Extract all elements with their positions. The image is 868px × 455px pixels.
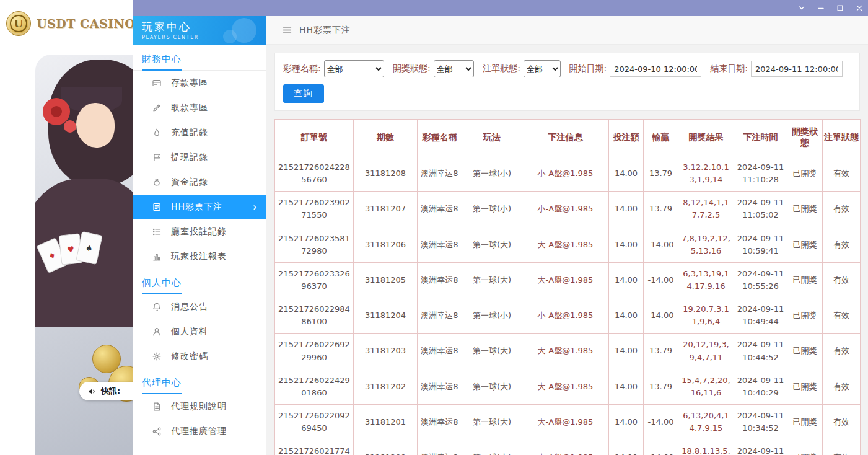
cell-play: 第一球(小)	[462, 156, 522, 192]
cell-win: -14.00	[644, 298, 678, 334]
table-row: 215217260217744429031181200澳洲幸运8第一球(小)小-…	[275, 440, 861, 455]
cell-lottery: 澳洲幸运8	[418, 440, 462, 455]
brand-logo: U USDT CASINO	[0, 0, 133, 46]
news-ticker[interactable]: 快訊:	[79, 382, 133, 400]
order-status-select[interactable]: 全部	[524, 60, 561, 77]
sidebar-item-label: 資金記錄	[171, 177, 208, 188]
hall-icon	[152, 227, 162, 237]
end-date-input[interactable]	[751, 61, 843, 77]
cell-bet_time: 2024-09-11 10:44:52	[734, 334, 787, 369]
sidebar-item-label: 充值記錄	[171, 127, 208, 138]
column-header: 投注額	[609, 120, 644, 156]
page-title: HH彩票下注	[299, 25, 351, 36]
cell-bet_info: 小-A盤@1.985	[522, 156, 609, 192]
table-row: 215217260220926945031181201澳洲幸运8第一球(大)大-…	[275, 404, 861, 440]
end-date-label: 結束日期:	[710, 63, 748, 74]
cell-bet_time: 2024-09-11 10:55:26	[734, 262, 787, 298]
sidebar-item-change-password[interactable]: 修改密碼	[133, 344, 266, 369]
sidebar-item-funds-record[interactable]: 資金記錄	[133, 170, 266, 195]
cell-play: 第一球(大)	[462, 334, 522, 369]
cell-draw_status: 已開獎	[787, 404, 823, 440]
draw-status-label: 開獎狀態:	[393, 63, 431, 74]
sidebar-item-agent-rules[interactable]: 代理規則說明	[133, 394, 266, 419]
cell-order_status: 有效	[823, 334, 861, 369]
cell-period: 31181200	[354, 440, 418, 455]
column-header: 下注信息	[522, 120, 609, 156]
cell-bet_info: 大-A盤@1.985	[522, 404, 609, 440]
character-face	[76, 103, 115, 148]
cell-play: 第一球(大)	[462, 227, 522, 262]
cell-lottery: 澳洲幸运8	[418, 192, 462, 227]
close-button[interactable]	[856, 4, 863, 12]
cell-result: 15,4,7,2,20,16,11,6	[678, 369, 734, 404]
cell-amount: 14.00	[609, 404, 644, 440]
table-header-row: 訂單號期數彩種名稱玩法下注信息投注額輸贏開獎結果下注時間開獎狀態注單狀態	[275, 120, 861, 156]
sidebar-item-label: 提現記錄	[171, 152, 208, 163]
lottery-select[interactable]: 全部	[324, 60, 384, 77]
chevron-down-icon[interactable]	[798, 4, 805, 12]
start-date-input[interactable]	[610, 61, 701, 77]
sidebar-item-agent-promotion[interactable]: 代理推廣管理	[133, 419, 266, 444]
table-row: 215217260226922996031181203澳洲幸运8第一球(大)大-…	[275, 334, 861, 369]
search-button[interactable]: 查詢	[283, 84, 324, 103]
sidebar-item-recharge-record[interactable]: 充值記錄	[133, 120, 266, 145]
sidebar-item-hh-lottery-bets[interactable]: HH彩票下注›	[133, 195, 266, 219]
cell-amount: 14.00	[609, 192, 644, 227]
sidebar-item-profile[interactable]: 個人資料	[133, 319, 266, 344]
cell-win: 13.79	[644, 334, 678, 369]
cell-lottery: 澳洲幸运8	[418, 334, 462, 369]
column-header: 彩種名稱	[418, 120, 462, 156]
cell-result: 6,13,20,4,14,7,9,15	[678, 404, 734, 440]
cell-order_no: 2152172602358172980	[275, 227, 354, 262]
cell-order_no: 2152172602332696370	[275, 262, 354, 298]
cell-period: 31181202	[354, 369, 418, 404]
minimize-button[interactable]	[817, 4, 825, 12]
cell-order_status: 有效	[823, 192, 861, 227]
bell-icon	[152, 302, 162, 312]
cell-result: 6,3,13,19,14,17,9,16	[678, 262, 734, 298]
left-panel: U USDT CASINO ♦ ♥ ♠ 快訊:	[0, 0, 133, 455]
sidebar-item-cashout-record[interactable]: 提現記錄	[133, 145, 266, 170]
menu-icon[interactable]	[283, 26, 292, 34]
cell-bet_info: 大-A盤@1.985	[522, 227, 609, 262]
cell-order_status: 有效	[823, 227, 861, 262]
cell-period: 31181204	[354, 298, 418, 334]
cell-bet_time: 2024-09-11 10:40:29	[734, 369, 787, 404]
cell-lottery: 澳洲幸运8	[418, 262, 462, 298]
cell-order_status: 有效	[823, 156, 861, 192]
cell-play: 第一球(大)	[462, 369, 522, 404]
sidebar-item-label: 修改密碼	[171, 351, 208, 362]
column-header: 開獎結果	[678, 120, 734, 156]
cell-bet_time: 2024-09-11 11:05:02	[734, 192, 787, 227]
draw-status-select[interactable]: 全部	[434, 60, 475, 77]
maximize-button[interactable]	[836, 4, 844, 12]
sidebar-item-deposit[interactable]: 存款專區	[133, 71, 266, 95]
cell-result: 8,12,14,1,17,7,2,5	[678, 192, 734, 227]
doc-icon	[152, 402, 162, 412]
cell-win: -14.00	[644, 440, 678, 455]
sidebar-item-withdraw[interactable]: 取款專區	[133, 95, 266, 120]
cell-order_no: 2152172602422856760	[275, 156, 354, 192]
funds-icon	[152, 177, 162, 187]
sidebar-item-announcements[interactable]: 消息公告	[133, 294, 266, 319]
cell-lottery: 澳洲幸运8	[418, 156, 462, 192]
cashout-icon	[152, 152, 162, 162]
cell-play: 第一球(小)	[462, 298, 522, 334]
cell-amount: 14.00	[609, 369, 644, 404]
speaker-icon	[87, 387, 97, 396]
sidebar-subtitle: PLAYERS CENTER	[142, 35, 266, 40]
table-row: 215217260235817298031181206澳洲幸运8第一球(大)大-…	[275, 227, 861, 262]
cell-order_no: 2152172602298486100	[275, 298, 354, 334]
chevron-right-icon: ›	[253, 201, 258, 213]
cell-lottery: 澳洲幸运8	[418, 404, 462, 440]
cell-draw_status: 已開獎	[787, 156, 823, 192]
cell-play: 第一球(大)	[462, 404, 522, 440]
cell-win: -14.00	[644, 262, 678, 298]
cell-result: 3,12,2,10,13,1,9,14	[678, 156, 734, 192]
table-row: 215217260239027155031181207澳洲幸运8第一球(小)小-…	[275, 192, 861, 227]
sidebar-item-hall-bet-record[interactable]: 廳室投註記錄	[133, 219, 266, 244]
column-header: 注單狀態	[823, 120, 861, 156]
brand-name: USDT CASINO	[37, 17, 133, 30]
report-icon	[152, 252, 162, 262]
sidebar-item-player-bet-report[interactable]: 玩家投注報表	[133, 244, 266, 269]
